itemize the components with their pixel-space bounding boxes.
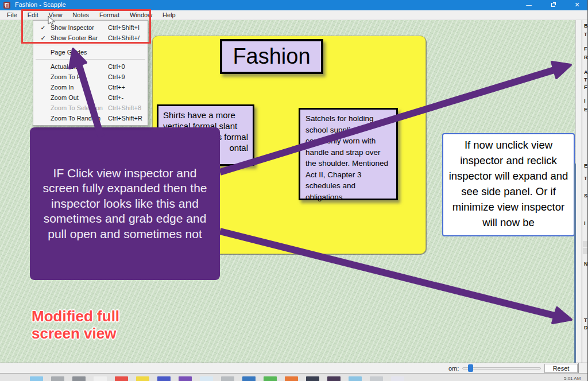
inspector-text-fragment: R [584, 55, 588, 60]
zoom-label: om: [448, 365, 459, 372]
inspector-text-fragment: T [584, 32, 587, 37]
inspector-text-fragment: D [584, 325, 588, 331]
taskbar-app-icon[interactable] [157, 376, 171, 381]
zoom-reset-button[interactable]: Reset [544, 364, 578, 373]
menu-item-page-guides[interactable]: Page Guides [33, 47, 148, 57]
menu-item-shortcut: Ctrl+- [108, 92, 123, 103]
taskbar-app-icon[interactable] [285, 376, 298, 381]
inspector-text-fragment: F [584, 46, 587, 52]
menu-separator [36, 59, 145, 60]
zoom-slider-track[interactable] [462, 367, 541, 370]
taskbar-app-icon[interactable] [136, 376, 149, 381]
menu-item-label: Zoom To Fit [51, 72, 84, 82]
inspector-row-highlight [583, 241, 588, 247]
footer-divider [578, 363, 579, 374]
taskbar-app-icon[interactable] [94, 376, 107, 381]
red-caption-line2: screen view [32, 325, 119, 342]
minimize-button[interactable]: — [519, 0, 539, 10]
note-satchels[interactable]: Satchels for holding school supplies com… [299, 108, 398, 200]
annotation-purple-note-text: IF Click view inspector and screen fully… [37, 166, 213, 242]
footer-bar: om: Reset [0, 363, 588, 373]
menu-item-label: Zoom To Selection [51, 103, 103, 113]
menu-item-zoom-in[interactable]: Zoom InCtrl++ [33, 82, 148, 92]
taskbar-app-icon[interactable] [370, 376, 383, 381]
inspector-panel-collapsed-edge[interactable]: BTFRATFIEETSINTD [582, 20, 588, 363]
menu-item-shortcut: Ctrl+9 [108, 72, 125, 82]
menu-separator [36, 45, 145, 45]
close-button[interactable]: ✕ [567, 0, 587, 10]
inspector-text-fragment: I [584, 98, 586, 104]
annotation-red-caption: Modified full screen view [32, 308, 119, 342]
restore-button[interactable] [543, 0, 563, 10]
taskbar-app-icon[interactable] [179, 376, 192, 381]
inspector-text-fragment: N [584, 261, 588, 267]
menu-item-shortcut: Ctrl+0 [108, 61, 125, 72]
taskbar-app-icon[interactable] [349, 376, 362, 381]
taskbar-app-icon[interactable] [200, 376, 213, 381]
menubar-item-file[interactable]: File [2, 10, 22, 20]
menu-item-zoom-out[interactable]: Zoom OutCtrl+- [33, 92, 148, 103]
taskbar-app-icon[interactable] [306, 376, 319, 381]
taskbar-app-icon[interactable] [221, 376, 234, 381]
taskbar-app-icon[interactable] [242, 376, 256, 381]
annotation-white-note-text: If now unclick view inspector and reclic… [449, 139, 568, 228]
taskbar-app-icon[interactable] [30, 376, 43, 381]
inspector-text-fragment: I [584, 220, 586, 226]
menu-item-actual-size[interactable]: Actual SizeCtrl+0 [33, 61, 148, 72]
annotation-red-rectangle [21, 9, 151, 44]
taskbar-app-icon[interactable] [264, 376, 277, 381]
menu-item-label: Actual Size [51, 61, 82, 72]
scapple-window: Fashion - Scapple — ✕ FileEditViewNotesF… [0, 0, 588, 381]
zoom-slider-handle[interactable] [468, 364, 473, 372]
menu-item-shortcut: Ctrl++ [108, 82, 125, 92]
taskbar-app-icon[interactable] [115, 376, 128, 381]
vertical-scrollbar-thumb[interactable] [574, 164, 576, 363]
taskbar-clock: 5:01 AM [564, 376, 581, 381]
inspector-text-fragment: E [584, 107, 587, 112]
annotation-purple-note: IF Click view inspector and screen fully… [30, 127, 220, 280]
inspector-text-fragment: B [584, 23, 588, 29]
red-caption-line1: Modified full [32, 308, 119, 325]
inspector-text-fragment: T [584, 176, 587, 181]
inspector-text-fragment: F [584, 84, 587, 90]
menu-item-label: Zoom In [51, 82, 74, 92]
scapple-app-icon [3, 2, 10, 9]
menu-item-zoom-to-random[interactable]: Zoom To RandomCtrl+Shift+R [33, 113, 148, 123]
taskbar-app-icon[interactable] [391, 376, 404, 381]
note-fashion-title[interactable]: Fashion [220, 39, 323, 74]
inspector-text-fragment: T [584, 77, 587, 83]
menu-item-shortcut: Ctrl+Shift+R [108, 113, 142, 123]
inspector-text-fragment: E [584, 163, 587, 169]
inspector-text-fragment: T [584, 317, 587, 323]
menubar-item-help[interactable]: Help [157, 10, 181, 20]
menu-item-label: Zoom To Random [51, 113, 100, 123]
window-title: Fashion - Scapple [15, 1, 66, 8]
menu-item-zoom-to-selection: Zoom To SelectionCtrl+Shift+8 [33, 103, 148, 113]
menu-item-label: Zoom Out [51, 92, 79, 103]
windows-taskbar[interactable]: 5:01 AM [0, 373, 588, 381]
inspector-text-fragment: A [584, 69, 588, 75]
menu-item-zoom-to-fit[interactable]: Zoom To FitCtrl+9 [33, 72, 148, 82]
annotation-white-note: If now unclick view inspector and reclic… [442, 133, 575, 236]
menu-item-shortcut: Ctrl+Shift+8 [108, 103, 141, 113]
taskbar-app-icon[interactable] [327, 376, 341, 381]
note-shirts-line1: Shirts have a more [163, 110, 248, 120]
menu-item-label: Page Guides [51, 47, 87, 57]
taskbar-app-icon[interactable] [72, 376, 86, 381]
inspector-row-highlight [583, 248, 588, 254]
taskbar-app-icon[interactable] [51, 376, 64, 381]
restore-icon [551, 3, 555, 7]
vertical-scrollbar-track[interactable] [575, 20, 582, 363]
inspector-text-fragment: S [584, 193, 587, 199]
